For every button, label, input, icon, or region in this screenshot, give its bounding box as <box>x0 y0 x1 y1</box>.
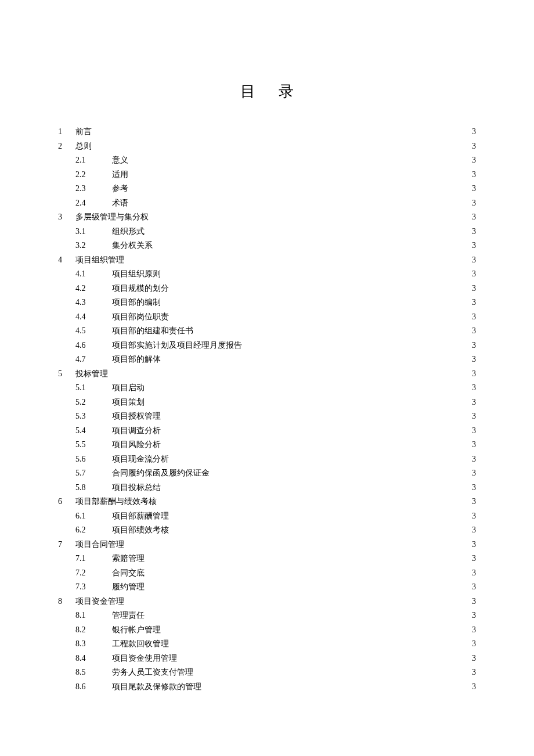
toc-entry-title: 银行帐户管理 <box>112 623 161 638</box>
toc-leader-dots <box>161 354 471 362</box>
toc-page-number: 3 <box>471 139 476 154</box>
toc-entry: 4.3项目部的编制3 <box>58 296 476 310</box>
toc-page-number: 3 <box>471 239 476 253</box>
toc-page-number: 3 <box>471 339 476 353</box>
toc-subsection-number: 7.1 <box>75 552 112 566</box>
toc-leader-dots <box>193 325 471 333</box>
toc-page-number: 3 <box>471 509 476 524</box>
toc-entry: 2.1意义3 <box>58 153 476 168</box>
toc-entry-title: 项目资金管理 <box>75 595 124 609</box>
toc-leader-dots <box>177 653 471 661</box>
toc-entry-title: 项目策划 <box>112 395 145 410</box>
toc-subsection-number: 5.3 <box>75 409 112 424</box>
toc-entry: 8.4项目资金使用管理3 <box>58 651 476 666</box>
toc-subsection-number: 2.1 <box>75 153 112 168</box>
toc-subsection-number: 2.4 <box>75 196 112 211</box>
toc-entry: 4.7项目部的解体3 <box>58 352 476 367</box>
toc-entry: 5.2项目策划3 <box>58 395 476 410</box>
toc-leader-dots <box>161 411 471 419</box>
toc-section-number: 5 <box>58 367 75 381</box>
toc-entry-title: 项目授权管理 <box>112 409 161 424</box>
toc-page-number: 3 <box>471 580 476 595</box>
document-title: 目录 <box>58 81 476 102</box>
toc-leader-dots <box>145 553 471 561</box>
toc-subsection-number: 8.1 <box>75 609 112 623</box>
toc-subsection-number: 5.2 <box>75 395 112 410</box>
table-of-contents: 1前言 32总则 32.1意义32.2适用32.3参考32.4术语33多层级管理… <box>58 125 476 694</box>
toc-entry-title: 合同履约保函及履约保证金 <box>112 466 210 481</box>
toc-page-number: 3 <box>471 438 476 452</box>
toc-leader-dots <box>193 667 471 675</box>
toc-leader-dots <box>169 453 471 462</box>
toc-page-number: 3 <box>471 182 476 196</box>
toc-leader-dots <box>124 596 471 604</box>
toc-entry-title: 索赔管理 <box>112 552 145 566</box>
toc-page-number: 3 <box>471 609 476 623</box>
toc-entry: 7.1索赔管理3 <box>58 552 476 566</box>
toc-page-number: 3 <box>471 552 476 566</box>
toc-page-number: 3 <box>471 665 476 680</box>
toc-entry-title: 集分权关系 <box>112 239 153 253</box>
toc-entry: 6.1项目部薪酬管理3 <box>58 509 476 524</box>
toc-page-number: 3 <box>471 566 476 581</box>
toc-section-number: 1 <box>58 125 75 139</box>
toc-entry-title: 项目部的组建和责任书 <box>112 324 193 339</box>
toc-leader-dots <box>161 268 471 276</box>
toc-entry: 5.7合同履约保函及履约保证金3 <box>58 466 476 481</box>
toc-entry: 2总则 3 <box>58 139 476 154</box>
toc-page-number: 3 <box>471 125 476 139</box>
toc-leader-dots <box>161 425 471 433</box>
toc-leader-dots <box>153 240 471 248</box>
toc-entry: 7.3履约管理3 <box>58 580 476 595</box>
toc-page-number: 3 <box>471 296 476 310</box>
toc-leader-dots <box>128 154 471 163</box>
toc-entry: 8.3工程款回收管理3 <box>58 637 476 651</box>
toc-leader-dots <box>161 297 471 305</box>
toc-entry-title: 适用 <box>112 168 128 182</box>
toc-entry-title: 项目调查分析 <box>112 424 161 438</box>
toc-entry-title: 参考 <box>112 182 128 196</box>
toc-entry-title: 项目启动 <box>112 381 145 395</box>
toc-entry: 3.2集分权关系3 <box>58 239 476 253</box>
toc-subsection-number: 7.3 <box>75 580 112 595</box>
toc-subsection-number: 8.5 <box>75 665 112 680</box>
toc-page-number: 3 <box>471 481 476 495</box>
toc-subsection-number: 4.5 <box>75 324 112 339</box>
toc-page-number: 3 <box>471 424 476 438</box>
toc-section-number: 3 <box>58 210 75 225</box>
toc-leader-dots <box>169 524 471 532</box>
toc-page-number: 3 <box>471 495 476 509</box>
toc-subsection-number: 5.4 <box>75 424 112 438</box>
toc-subsection-number: 5.5 <box>75 438 112 452</box>
toc-page-number: 3 <box>471 310 476 325</box>
toc-page-number: 3 <box>471 153 476 168</box>
toc-subsection-number: 5.7 <box>75 466 112 481</box>
toc-subsection-number: 5.8 <box>75 481 112 495</box>
toc-entry-title: 项目组织管理 <box>75 253 124 268</box>
toc-subsection-number: 4.6 <box>75 339 112 353</box>
toc-entry: 6项目部薪酬与绩效考核 3 <box>58 495 476 509</box>
toc-subsection-number: 5.1 <box>75 381 112 395</box>
toc-leader-dots <box>145 382 471 390</box>
toc-leader-dots <box>242 340 471 348</box>
toc-entry-title: 项目部绩效考核 <box>112 523 169 538</box>
toc-page-number: 3 <box>471 395 476 410</box>
toc-entry: 7.2合同交底3 <box>58 566 476 581</box>
toc-entry: 7项目合同管理 3 <box>58 538 476 552</box>
toc-entry-title: 前言 <box>75 125 92 139</box>
toc-entry-title: 项目部的编制 <box>112 296 161 310</box>
toc-entry-title: 履约管理 <box>112 580 145 595</box>
toc-section-number: 7 <box>58 538 75 552</box>
toc-subsection-number: 6.1 <box>75 509 112 524</box>
toc-section-number: 2 <box>58 139 75 154</box>
toc-entry-title: 劳务人员工资支付管理 <box>112 665 193 680</box>
toc-subsection-number: 8.4 <box>75 651 112 666</box>
toc-section-number: 8 <box>58 595 75 609</box>
toc-leader-dots <box>108 368 471 376</box>
toc-entry-title: 项目部的解体 <box>112 352 161 367</box>
toc-entry-title: 项目合同管理 <box>75 538 124 552</box>
toc-subsection-number: 8.2 <box>75 623 112 638</box>
toc-subsection-number: 6.2 <box>75 523 112 538</box>
toc-leader-dots <box>210 467 471 476</box>
toc-entry: 5.1项目启动3 <box>58 381 476 395</box>
